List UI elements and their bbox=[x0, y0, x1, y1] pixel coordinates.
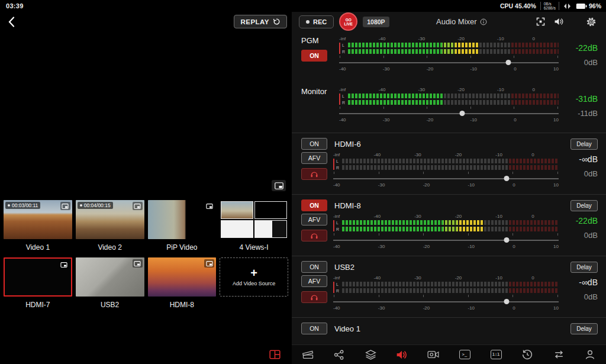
monitor-speaker-button[interactable] bbox=[552, 15, 565, 28]
clip-marker bbox=[339, 94, 340, 105]
record-manager-button[interactable] bbox=[426, 347, 441, 362]
source-tile-video-2[interactable]: 00:04/00:15 Video 2 bbox=[76, 200, 144, 254]
info-icon[interactable] bbox=[480, 18, 487, 25]
source-thumbnail[interactable]: 00:04/00:15 bbox=[76, 200, 144, 239]
channel-on-button[interactable]: ON bbox=[301, 199, 327, 211]
source-thumbnail[interactable] bbox=[148, 257, 217, 297]
delay-button[interactable]: Delay bbox=[570, 262, 598, 273]
fader-readout: 0dB bbox=[565, 58, 598, 67]
add-video-source-button[interactable]: + Add Video Source bbox=[220, 257, 288, 297]
meter-area: -inf -40 -30 -20 -10 0 L bbox=[333, 275, 559, 317]
scale-label: -10 bbox=[497, 87, 504, 92]
source-tile-video-1[interactable]: 00:03/00:11 Video 1 bbox=[4, 200, 72, 254]
pip-icon[interactable] bbox=[204, 259, 214, 268]
volume-slider[interactable] bbox=[339, 59, 559, 66]
delay-button[interactable]: Delay bbox=[570, 138, 598, 150]
source-thumbnail[interactable]: 00:03/00:11 bbox=[4, 200, 72, 239]
ratio-icon: 1:1 bbox=[491, 350, 502, 359]
volume-slider[interactable] bbox=[333, 298, 559, 305]
scale-label: -30 bbox=[378, 244, 385, 249]
channel-on-button[interactable]: ON bbox=[301, 50, 327, 62]
history-clock-icon bbox=[522, 349, 533, 360]
scale-label: -20 bbox=[455, 214, 462, 219]
overlays-button[interactable] bbox=[363, 347, 378, 362]
afv-button[interactable]: AFV bbox=[301, 214, 327, 226]
delay-button[interactable]: Delay bbox=[570, 323, 598, 334]
replay-button[interactable]: REPLAY bbox=[234, 15, 287, 28]
back-button[interactable] bbox=[5, 15, 18, 28]
audio-mixer-button[interactable] bbox=[394, 347, 410, 362]
slider-scale: -40 -30 -20 -10 0 10 bbox=[339, 66, 559, 72]
scale-label: 0 bbox=[531, 152, 534, 157]
slider-handle[interactable] bbox=[505, 60, 511, 65]
source-thumbnail[interactable] bbox=[76, 257, 144, 297]
account-button[interactable] bbox=[582, 347, 598, 362]
source-thumbnail-selected[interactable] bbox=[4, 257, 72, 297]
slider-handle[interactable] bbox=[504, 176, 510, 181]
fullscreen-button[interactable] bbox=[534, 15, 547, 28]
scale-label: -10 bbox=[497, 36, 504, 41]
source-tile-hdmi-7[interactable]: HDMI-7 bbox=[4, 257, 72, 311]
pip-toggle-button[interactable] bbox=[272, 180, 286, 191]
record-button[interactable]: REC bbox=[299, 15, 334, 28]
delay-button[interactable]: Delay bbox=[570, 200, 598, 211]
source-thumbnail[interactable] bbox=[220, 200, 288, 239]
meter-scale-top: -inf -40 -30 -20 -10 0 bbox=[333, 275, 559, 281]
slider-handle[interactable] bbox=[459, 111, 465, 116]
channel-strips: PGM ON -inf -40 -30 -20 -10 0 bbox=[292, 31, 606, 344]
slider-handle[interactable] bbox=[504, 299, 510, 304]
slider-handle[interactable] bbox=[504, 237, 510, 243]
source-tile-usb2[interactable]: USB2 bbox=[76, 257, 144, 311]
channel-strip-pgm: PGM ON -inf -40 -30 -20 -10 0 bbox=[292, 31, 606, 82]
pip-icon[interactable] bbox=[60, 202, 70, 210]
pip-icon[interactable] bbox=[59, 260, 69, 269]
scale-label: -inf bbox=[339, 36, 346, 41]
stream-button[interactable] bbox=[331, 347, 347, 362]
record-label: REC bbox=[313, 18, 327, 25]
console-button[interactable]: >_ bbox=[457, 347, 472, 362]
channel-on-button[interactable]: ON bbox=[301, 323, 327, 334]
record-dot-icon bbox=[306, 20, 310, 24]
headphone-button[interactable] bbox=[301, 291, 327, 303]
scale-label: -20 bbox=[423, 305, 430, 311]
volume-slider[interactable] bbox=[333, 237, 559, 243]
source-tile-pip-video[interactable]: PiP Video bbox=[148, 200, 217, 254]
headphone-button[interactable] bbox=[301, 168, 327, 180]
multiview-layout-button[interactable] bbox=[267, 347, 282, 362]
scale-label: -20 bbox=[457, 87, 465, 92]
channel-on-button[interactable]: ON bbox=[301, 138, 327, 150]
scenes-button[interactable] bbox=[300, 347, 315, 362]
transition-button[interactable] bbox=[551, 347, 566, 362]
source-thumbnail[interactable] bbox=[148, 200, 217, 239]
source-tile-4-views[interactable]: 4 Views-I bbox=[220, 200, 288, 254]
source-label: HDMI-8 bbox=[148, 297, 217, 311]
scenes-icon bbox=[302, 350, 314, 359]
fader-readout: -11dB bbox=[565, 109, 598, 118]
scale-label: -20 bbox=[427, 117, 434, 123]
add-video-source-tile[interactable]: + Add Video Source bbox=[220, 257, 288, 311]
resolution-badge[interactable]: 1080P bbox=[363, 17, 389, 27]
meter-scale-top: -inf -40 -30 -20 -10 0 bbox=[333, 152, 559, 158]
battery-icon bbox=[576, 3, 587, 9]
channel-on-button[interactable]: ON bbox=[301, 261, 327, 273]
source-label: 4 Views-I bbox=[220, 239, 288, 254]
volume-slider[interactable] bbox=[333, 175, 559, 182]
pip-icon[interactable] bbox=[133, 202, 143, 210]
headphone-button[interactable] bbox=[301, 230, 327, 241]
scale-label: 10 bbox=[553, 305, 559, 311]
afv-button[interactable]: AFV bbox=[301, 275, 327, 287]
pip-icon[interactable] bbox=[133, 259, 143, 268]
meter-scale-top: -inf -40 -30 -20 -10 0 bbox=[333, 214, 559, 220]
history-button[interactable] bbox=[520, 347, 535, 362]
meter-channel-label: R bbox=[336, 166, 340, 170]
source-tile-hdmi-8[interactable]: HDMI-8 bbox=[148, 257, 217, 311]
clip-marker bbox=[333, 220, 334, 231]
afv-button[interactable]: AFV bbox=[301, 152, 327, 164]
level-readout: -22dB bbox=[565, 216, 598, 226]
aspect-ratio-button[interactable]: 1:1 bbox=[488, 347, 504, 362]
pip-icon[interactable] bbox=[204, 202, 214, 210]
settings-button[interactable] bbox=[585, 15, 598, 28]
mixer-title-text: Audio Mixer bbox=[436, 17, 477, 26]
volume-slider[interactable] bbox=[339, 110, 559, 117]
go-live-button[interactable]: GO LIVE bbox=[339, 12, 357, 31]
